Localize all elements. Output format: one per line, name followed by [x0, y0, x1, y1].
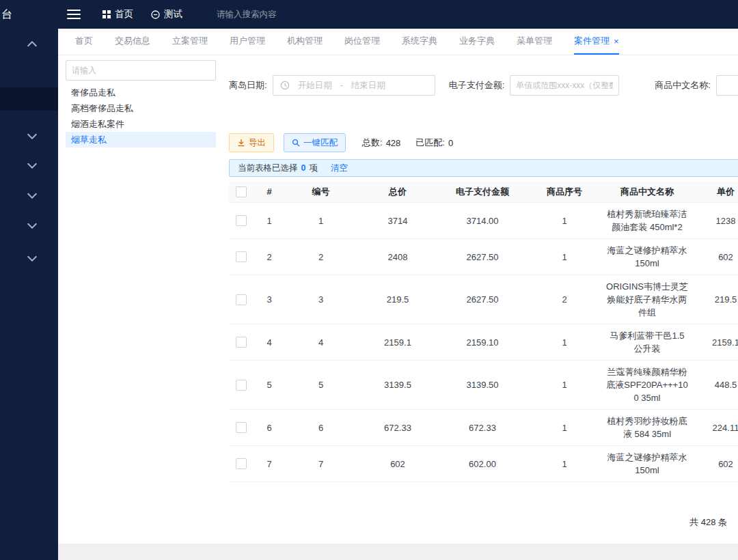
- product-name-label: 商品中文名称:: [655, 79, 711, 92]
- table-row: 1 1 3714 3714.00 1 植村秀新琥珀臻萃洁颜油套装 450ml*2…: [229, 203, 738, 239]
- product-name: 海蓝之谜修护精萃水 150ml: [603, 239, 692, 275]
- global-search-input[interactable]: [215, 9, 341, 20]
- total-label: 总数:: [362, 137, 383, 149]
- tab-menu-management[interactable]: 菜单管理: [517, 29, 552, 55]
- chevron-down-icon[interactable]: [27, 130, 37, 139]
- circle-minus-icon: [151, 10, 160, 19]
- case-item-tobacco-alcohol[interactable]: 烟酒走私案件: [66, 116, 216, 132]
- case-item-luxury[interactable]: 奢侈品走私: [66, 85, 216, 100]
- tab-business-dict[interactable]: 业务字典: [459, 29, 495, 55]
- column-header: #: [254, 182, 285, 202]
- date-label: 离岛日期:: [229, 79, 267, 92]
- table-row-partial: 卡诗菁纯亮泽经典香氛: [229, 482, 738, 486]
- download-icon: [237, 139, 245, 147]
- tab-case-filing[interactable]: 立案管理: [172, 29, 208, 55]
- table-row: 4 4 2159.1 2159.10 1 马爹利蓝带干邑1.5公升装 2159.…: [229, 324, 738, 361]
- selection-prefix: 当前表格已选择: [238, 163, 298, 174]
- table-row: 2 2 2408 2627.50 1 海蓝之谜修护精萃水 150ml 602: [229, 239, 738, 275]
- case-search-input[interactable]: [66, 60, 216, 81]
- grid-icon: [102, 10, 111, 18]
- table-row: 5 5 3139.5 3139.50 1 兰蔻菁纯臻颜精华粉底液SPF20PA+…: [229, 361, 738, 410]
- main-content: 首页 交易信息 立案管理 用户管理 机构管理 岗位管理 系统字典 业务字典 菜单…: [58, 29, 738, 560]
- pagination-total: 共 428 条: [689, 516, 727, 529]
- date-start-placeholder: 开始日期: [298, 80, 332, 92]
- product-name: 马爹利蓝带干邑1.5公升装: [603, 324, 692, 360]
- tabbar: 首页 交易信息 立案管理 用户管理 机构管理 岗位管理 系统字典 业务字典 菜单…: [58, 29, 738, 55]
- row-checkbox[interactable]: [236, 380, 247, 391]
- row-checkbox[interactable]: [236, 458, 247, 469]
- topnav-test[interactable]: 测试: [151, 8, 182, 20]
- date-end-placeholder: 结束日期: [351, 80, 385, 92]
- tab-org-management[interactable]: 机构管理: [287, 29, 323, 55]
- matched-label: 已匹配:: [415, 137, 445, 149]
- matched-value: 0: [448, 138, 453, 148]
- export-button[interactable]: 导出: [229, 133, 274, 152]
- chevron-down-icon[interactable]: [27, 159, 37, 169]
- amount-label: 电子支付金额:: [449, 79, 505, 92]
- row-checkbox[interactable]: [236, 215, 247, 226]
- menu-toggle-icon[interactable]: [67, 10, 81, 19]
- product-name: ORIGINS韦博士灵芝焕能好底子精华水两件组: [603, 275, 692, 324]
- topbar: 台 首页 测试: [0, 0, 738, 29]
- column-header: 总价: [357, 182, 439, 202]
- table-header-row: # 编号 总价 电子支付金额 商品序号 商品中文名称 单价: [229, 182, 738, 203]
- tab-case-management[interactable]: 案件管理 ×: [574, 29, 619, 55]
- product-name-input[interactable]: [716, 75, 738, 96]
- product-name: 植村秀羽纱持妆粉底液 584 35ml: [603, 410, 692, 445]
- total-value: 428: [386, 138, 401, 148]
- chevron-down-icon[interactable]: [27, 219, 37, 229]
- case-type-panel: 奢侈品走私 高档奢侈品走私 烟酒走私案件 烟草走私: [66, 60, 216, 148]
- sidebar-active-item[interactable]: [0, 87, 58, 111]
- selection-suffix: 项: [309, 163, 318, 174]
- select-all-checkbox[interactable]: [236, 186, 247, 197]
- chevron-down-icon[interactable]: [27, 252, 37, 262]
- date-range-picker[interactable]: 开始日期 - 结束日期: [273, 75, 435, 96]
- topnav-home[interactable]: 首页: [102, 8, 133, 20]
- case-item-tobacco[interactable]: 烟草走私: [66, 132, 216, 148]
- case-type-list: 奢侈品走私 高档奢侈品走私 烟酒走私案件 烟草走私: [66, 85, 216, 148]
- topnav-test-label: 测试: [164, 8, 182, 20]
- clear-selection-link[interactable]: 清空: [331, 163, 348, 174]
- bottom-strip: [58, 544, 738, 560]
- filter-row: 离岛日期: 开始日期 - 结束日期 电子支付金额: 商品中文名称:: [229, 75, 738, 96]
- chevron-up-icon[interactable]: [27, 41, 37, 51]
- product-name: 卡诗菁纯亮泽经典香氛: [603, 482, 692, 486]
- tab-post-management[interactable]: 岗位管理: [344, 29, 380, 55]
- row-checkbox[interactable]: [236, 294, 247, 305]
- table-row: 7 7 602 602.00 1 海蓝之谜修护精萃水 150ml 602: [229, 446, 738, 482]
- product-table: # 编号 总价 电子支付金额 商品序号 商品中文名称 单价 1 1 3714 3…: [229, 182, 738, 486]
- logo-partial: 台: [1, 0, 13, 29]
- tab-home[interactable]: 首页: [75, 29, 93, 55]
- column-header: 商品序号: [526, 182, 603, 202]
- match-stats: 总数: 428 已匹配: 0: [362, 137, 453, 149]
- product-name: 植村秀新琥珀臻萃洁颜油套装 450ml*2: [603, 203, 692, 238]
- selection-count: 0: [301, 163, 306, 173]
- column-header: 电子支付金额: [439, 182, 526, 202]
- tab-transaction-info[interactable]: 交易信息: [115, 29, 150, 55]
- date-separator: -: [340, 81, 343, 90]
- column-header: 编号: [285, 182, 357, 202]
- clock-icon: [280, 81, 290, 90]
- close-icon[interactable]: ×: [614, 37, 619, 46]
- product-name: 兰蔻菁纯臻颜精华粉底液SPF20PA+++100 35ml: [603, 361, 692, 409]
- product-name: 海蓝之谜修护精萃水 150ml: [603, 446, 692, 481]
- topnav-home-label: 首页: [115, 8, 133, 20]
- tab-system-dict[interactable]: 系统字典: [402, 29, 437, 55]
- table-row: 6 6 672.33 672.33 1 植村秀羽纱持妆粉底液 584 35ml …: [229, 410, 738, 446]
- match-button[interactable]: 一键匹配: [284, 133, 346, 152]
- tab-user-management[interactable]: 用户管理: [230, 29, 265, 55]
- screen: 台 首页 测试: [0, 0, 738, 560]
- row-checkbox[interactable]: [236, 422, 247, 433]
- selection-bar: 当前表格已选择 0 项 清空: [229, 159, 738, 177]
- row-checkbox[interactable]: [236, 337, 247, 348]
- case-item-highend-luxury[interactable]: 高档奢侈品走私: [66, 100, 216, 116]
- column-header: 商品中文名称: [603, 182, 692, 202]
- amount-input[interactable]: [510, 75, 619, 96]
- table-row: 3 3 219.5 2627.50 2 ORIGINS韦博士灵芝焕能好底子精华水…: [229, 275, 738, 324]
- chevron-down-icon[interactable]: [27, 189, 37, 199]
- column-header: 单价: [692, 182, 738, 202]
- sidebar: [0, 29, 58, 560]
- toolbar: 导出 一键匹配 总数: 428 已匹配: 0: [229, 133, 453, 152]
- search-icon: [292, 139, 300, 147]
- row-checkbox[interactable]: [236, 251, 247, 262]
